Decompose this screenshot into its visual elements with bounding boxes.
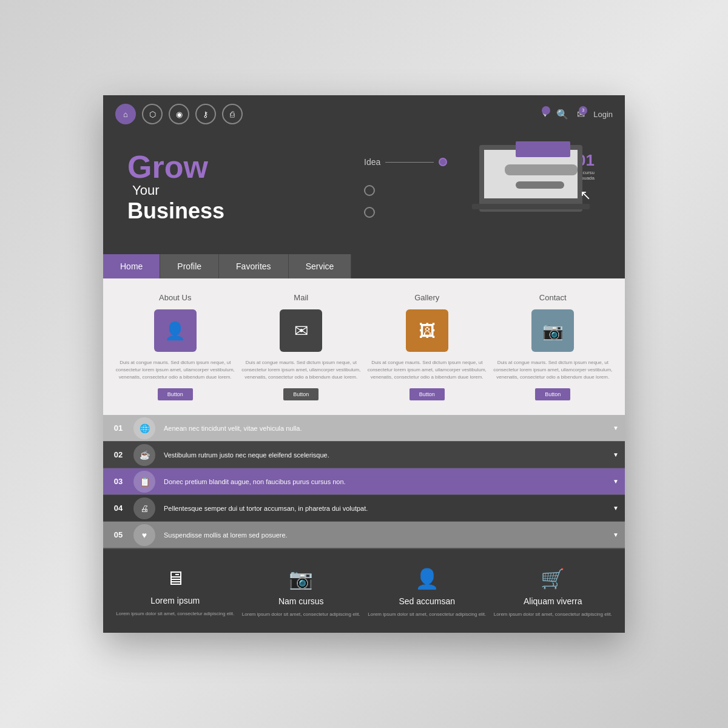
- card-contact: Contact 📷 Duis at congue mauris. Sed dic…: [493, 293, 613, 400]
- acc-text-1: Aenean nec tincidunt velit, vitae vehicu…: [164, 416, 607, 440]
- acc-icon-2: ☕: [133, 444, 155, 466]
- website-mockup: ⌂ ⬡ ◉ ⚷ ⎙ ♥ 🔍 ✉ 3 Login Grow Your: [103, 95, 625, 633]
- cards-section: About Us 👤 Duis at congue mauris. Sed di…: [103, 278, 625, 415]
- footer-icon-1: 🖥: [166, 567, 185, 590]
- hero-your-text: Your: [132, 183, 159, 198]
- laptop-illustration: ↖: [461, 133, 601, 218]
- footer-title-3: Sed accumsan: [399, 596, 455, 606]
- card-gallery-text: Duis at congue mauris. Sed dictum ipsum …: [367, 359, 487, 381]
- card-mail-title: Mail: [294, 293, 308, 302]
- acc-num-5: 05: [103, 522, 133, 548]
- footer-desc-2: Lorem ipsum dolor sit amet, consectetur …: [242, 611, 360, 618]
- acc-num-2: 02: [103, 442, 133, 468]
- hero-left: Grow Your Business: [127, 151, 364, 224]
- share-icon[interactable]: ⬡: [142, 104, 163, 124]
- acc-icon-4: 🖨: [133, 497, 155, 519]
- accordion-row-1[interactable]: 01 🌐 Aenean nec tincidunt velit, vitae v…: [103, 415, 625, 442]
- card-about-us-text: Duis at congue mauris. Sed dictum ipsum …: [115, 359, 235, 381]
- acc-icon-1: 🌐: [133, 417, 155, 439]
- idea-dot: [439, 158, 447, 166]
- about-us-icon: 👤: [154, 309, 197, 352]
- cursor-icon: ↖: [580, 187, 591, 203]
- nav-tabs: Home Profile Favorites Service: [103, 254, 625, 278]
- hero-business-text: Business: [127, 198, 224, 223]
- acc-text-4: Pellentesque semper dui ut tortor accums…: [164, 496, 607, 521]
- footer-desc-3: Lorem ipsum dolor sit amet, consectetur …: [368, 611, 486, 618]
- search-icon[interactable]: 🔍: [556, 109, 568, 120]
- acc-arrow-1: ▼: [607, 425, 625, 431]
- footer-desc-4: Lorem ipsum dolor sit amet, consectetur …: [494, 611, 612, 618]
- circle-1: [364, 185, 375, 196]
- acc-arrow-4: ▼: [607, 505, 625, 511]
- hero-grow-text: Grow: [127, 149, 208, 184]
- hero-section: Grow Your Business Idea 01 Naemus: [103, 133, 625, 254]
- acc-text-2: Vestibulum rutrum justo nec neque eleife…: [164, 443, 607, 467]
- tab-service[interactable]: Service: [289, 254, 352, 278]
- circle-indicators: [364, 185, 375, 218]
- acc-num-3: 03: [103, 468, 133, 494]
- home-icon[interactable]: ⌂: [115, 104, 136, 124]
- circle-2: [364, 207, 375, 218]
- header-nav-icons: ⌂ ⬡ ◉ ⚷ ⎙: [115, 104, 243, 124]
- idea-row: Idea: [364, 157, 447, 167]
- accordion-section: 01 🌐 Aenean nec tincidunt velit, vitae v…: [103, 415, 625, 548]
- footer-col-4: 🛒 Aliquam viverra Lorem ipsum dolor sit …: [493, 567, 613, 618]
- acc-arrow-2: ▼: [607, 451, 625, 458]
- footer-icon-3: 👤: [415, 567, 439, 590]
- contact-icon: 📷: [531, 309, 574, 352]
- card-mail-text: Duis at congue mauris. Sed dictum ipsum …: [241, 359, 362, 381]
- card-gallery: Gallery 🖼 Duis at congue mauris. Sed dic…: [367, 293, 487, 400]
- footer-icon-4: 🛒: [541, 567, 565, 590]
- card-about-us: About Us 👤 Duis at congue mauris. Sed di…: [115, 293, 235, 400]
- footer-col-1: 🖥 Lorem ipsum Lorem ipsum dolor sit amet…: [115, 567, 235, 618]
- footer-icon-2: 📷: [289, 567, 313, 590]
- favorite-badge: [542, 106, 550, 115]
- print-icon[interactable]: ⎙: [222, 104, 243, 124]
- footer-col-3: 👤 Sed accumsan Lorem ipsum dolor sit ame…: [367, 567, 487, 618]
- favorite-icon[interactable]: ♥: [542, 109, 548, 120]
- hero-right: Idea 01 Naemus cursu Nullam malesuada: [364, 151, 601, 218]
- acc-num-1: 01: [103, 415, 133, 441]
- acc-num-4: 04: [103, 495, 133, 521]
- accordion-row-4[interactable]: 04 🖨 Pellentesque semper dui ut tortor a…: [103, 495, 625, 522]
- mail-card-icon: ✉: [280, 309, 322, 352]
- acc-text-3: Donec pretium blandit augue, non faucibu…: [164, 470, 607, 494]
- card-contact-title: Contact: [539, 293, 567, 302]
- tab-profile[interactable]: Profile: [160, 254, 219, 278]
- footer-desc-1: Lorem ipsum dolor sit amet, consectetur …: [116, 610, 234, 618]
- acc-icon-3: 📋: [133, 471, 155, 493]
- acc-icon-5: ♥: [133, 524, 155, 546]
- footer-title-1: Lorem ipsum: [150, 596, 200, 605]
- idea-line: [385, 162, 434, 163]
- mail-badge: 3: [579, 106, 587, 115]
- tab-favorites[interactable]: Favorites: [219, 254, 289, 278]
- gallery-icon: 🖼: [406, 309, 448, 352]
- header-right: ♥ 🔍 ✉ 3 Login: [542, 109, 613, 120]
- accordion-row-5[interactable]: 05 ♥ Suspendisse mollis at lorem sed pos…: [103, 522, 625, 548]
- footer-title-2: Nam cursus: [278, 596, 324, 606]
- card-mail: Mail ✉ Duis at congue mauris. Sed dictum…: [241, 293, 362, 400]
- acc-arrow-5: ▼: [607, 531, 625, 538]
- acc-arrow-3: ▼: [607, 478, 625, 485]
- footer-section: 🖥 Lorem ipsum Lorem ipsum dolor sit amet…: [103, 548, 625, 633]
- card-contact-text: Duis at congue mauris. Sed dictum ipsum …: [493, 359, 613, 381]
- about-us-button[interactable]: Button: [158, 388, 193, 400]
- idea-label: Idea: [364, 157, 380, 167]
- mail-button[interactable]: Button: [283, 388, 318, 400]
- camera-icon[interactable]: ◉: [169, 104, 189, 124]
- footer-col-2: 📷 Nam cursus Lorem ipsum dolor sit amet,…: [241, 567, 362, 618]
- gallery-button[interactable]: Button: [410, 388, 445, 400]
- accordion-row-3[interactable]: 03 📋 Donec pretium blandit augue, non fa…: [103, 468, 625, 495]
- card-gallery-title: Gallery: [414, 293, 439, 302]
- key-icon[interactable]: ⚷: [195, 104, 216, 124]
- accordion-row-2[interactable]: 02 ☕ Vestibulum rutrum justo nec neque e…: [103, 442, 625, 468]
- contact-button[interactable]: Button: [535, 388, 570, 400]
- card-about-us-title: About Us: [159, 293, 191, 302]
- header: ⌂ ⬡ ◉ ⚷ ⎙ ♥ 🔍 ✉ 3 Login: [103, 95, 625, 133]
- acc-text-5: Suspendisse mollis at lorem sed posuere.: [164, 523, 607, 547]
- tab-home[interactable]: Home: [103, 254, 160, 278]
- footer-title-4: Aliquam viverra: [524, 596, 582, 606]
- login-button[interactable]: Login: [593, 110, 613, 119]
- mail-icon[interactable]: ✉ 3: [577, 109, 585, 120]
